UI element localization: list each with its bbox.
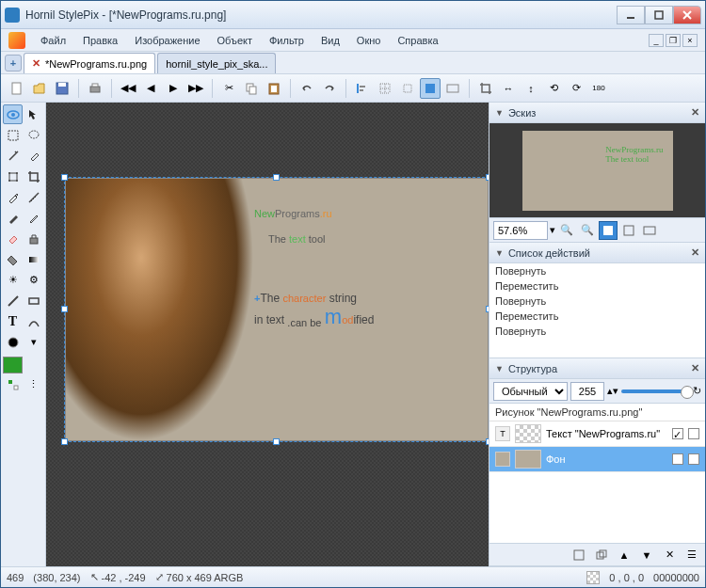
paste-icon[interactable] (264, 78, 284, 99)
eyedropper-tool-icon[interactable] (3, 187, 23, 207)
new-layer-icon[interactable] (570, 546, 588, 564)
save-icon[interactable] (52, 78, 72, 99)
canvas-viewport[interactable]: NewPrograms.ru The text tool +The charac… (46, 103, 489, 566)
rotate-right-icon[interactable]: ⟳ (566, 78, 586, 99)
clone-tool-icon[interactable] (24, 229, 43, 248)
marquee-tool-icon[interactable] (3, 125, 23, 145)
opacity-reset-icon[interactable]: ↻ (693, 385, 701, 397)
menu-object[interactable]: Объект (210, 32, 260, 49)
new-tab-button[interactable]: + (5, 55, 22, 72)
crop-tool-icon[interactable] (24, 167, 43, 186)
fill-tool-icon[interactable] (3, 249, 23, 269)
wand-tool-icon[interactable] (3, 146, 23, 166)
history-item[interactable]: Переместить (489, 278, 705, 294)
color-select-tool-icon[interactable] (24, 146, 43, 166)
copy-icon[interactable] (241, 78, 262, 99)
first-icon[interactable]: ◀◀ (118, 78, 138, 99)
resize-handle-icon[interactable] (486, 306, 489, 312)
eye-tool-icon[interactable] (3, 104, 23, 124)
menu-window[interactable]: Окно (349, 32, 389, 49)
dropdown-tool-icon[interactable]: ▾ (24, 332, 43, 352)
layer-menu-icon[interactable]: ☰ (682, 546, 701, 564)
tab-close-icon[interactable]: ✕ (32, 57, 40, 70)
prev-icon[interactable]: ◀ (140, 78, 161, 99)
menu-help[interactable]: Справка (390, 32, 445, 49)
eraser-tool-icon[interactable] (3, 229, 23, 248)
close-button[interactable] (673, 6, 701, 24)
pencil-tool-icon[interactable] (24, 208, 43, 228)
layer-down-icon[interactable]: ▼ (637, 546, 656, 564)
panel-collapse-icon[interactable]: ▼ (495, 108, 504, 118)
panel-close-icon[interactable]: ✕ (691, 362, 699, 374)
tab-inactive-document[interactable]: hornil_style_pix_ska... (157, 53, 276, 73)
canvas[interactable]: NewPrograms.ru The text tool +The charac… (65, 178, 489, 441)
doc-restore-button[interactable]: ❐ (666, 34, 681, 47)
measure-tool-icon[interactable] (24, 187, 43, 207)
menu-view[interactable]: Вид (313, 32, 347, 49)
align-left-icon[interactable] (352, 78, 373, 99)
delete-layer-icon[interactable]: ✕ (660, 546, 679, 564)
line-tool-icon[interactable] (3, 291, 23, 310)
minimize-button[interactable] (617, 6, 645, 24)
layer-item-text[interactable]: T Текст "NewPrograms.ru" ✓ (489, 421, 705, 447)
menu-image[interactable]: Изображение (127, 32, 207, 49)
path-tool-icon[interactable] (24, 311, 43, 331)
rotate-180-icon[interactable]: 180 (588, 78, 609, 99)
doc-minimize-button[interactable]: _ (649, 34, 664, 47)
panel-collapse-icon[interactable]: ▼ (495, 364, 504, 373)
panel-close-icon[interactable]: ✕ (691, 106, 699, 119)
grid-icon[interactable] (375, 78, 395, 99)
layer-visibility-checkbox[interactable]: ✓ (672, 453, 683, 465)
crop-icon[interactable] (475, 78, 496, 99)
maximize-button[interactable] (645, 6, 673, 24)
opacity-slider[interactable] (621, 389, 690, 393)
shape-tool-icon[interactable] (24, 291, 43, 310)
swap-colors-icon[interactable] (3, 374, 23, 394)
next-icon[interactable]: ▶ (163, 78, 184, 99)
layer-visibility-checkbox[interactable]: ✓ (672, 428, 683, 439)
menu-edit[interactable]: Правка (75, 32, 125, 49)
fit-icon[interactable] (442, 78, 463, 99)
layer-lock-checkbox[interactable] (688, 453, 699, 465)
brightness-tool-icon[interactable]: ☀ (3, 270, 23, 290)
open-file-icon[interactable] (29, 78, 50, 99)
duplicate-layer-icon[interactable] (592, 546, 611, 564)
undo-icon[interactable] (297, 78, 317, 99)
zoom-fit-icon[interactable] (599, 221, 618, 240)
move-tool-icon[interactable] (24, 104, 43, 124)
panel-close-icon[interactable]: ✕ (691, 246, 699, 259)
filter-tool-icon[interactable]: ⚙ (24, 270, 43, 290)
cut-icon[interactable]: ✂ (218, 78, 239, 99)
new-file-icon[interactable] (7, 78, 27, 99)
history-list[interactable]: Повернуть Переместить Повернуть Перемест… (489, 263, 705, 358)
history-item[interactable]: Повернуть (489, 263, 705, 278)
blend-mode-select[interactable]: Обычный (493, 382, 568, 401)
layer-item-background[interactable]: Фон ✓ (489, 447, 705, 472)
tab-active-document[interactable]: ✕ *NewPrograms.ru.png (24, 53, 155, 73)
layer-up-icon[interactable]: ▲ (615, 546, 634, 564)
zoom-window-icon[interactable] (640, 221, 659, 240)
lasso-tool-icon[interactable] (24, 125, 43, 145)
resize-h-icon[interactable]: ↔ (498, 78, 519, 99)
rotate-left-icon[interactable]: ⟲ (543, 78, 564, 99)
text-tool-icon[interactable]: T (3, 311, 23, 331)
history-item[interactable]: Переместить (489, 309, 705, 324)
transform-tool-icon[interactable] (3, 167, 23, 186)
snap-icon[interactable] (397, 78, 418, 99)
redo-icon[interactable] (319, 78, 340, 99)
history-item[interactable]: Повернуть (489, 294, 705, 309)
zoom-actual-icon[interactable] (619, 221, 638, 240)
more-icon[interactable]: ⋮ (24, 374, 43, 394)
zoom-in-icon[interactable]: 🔍 (578, 221, 597, 240)
selection-highlight-icon[interactable] (420, 78, 441, 99)
print-icon[interactable] (85, 78, 105, 99)
zoom-value[interactable]: 57.6% (493, 221, 548, 240)
gradient-tool-icon[interactable] (24, 249, 43, 269)
color-wheel-icon[interactable] (3, 332, 23, 352)
panel-collapse-icon[interactable]: ▼ (495, 248, 504, 258)
menu-filter[interactable]: Фильтр (262, 32, 312, 49)
menu-file[interactable]: Файл (33, 32, 73, 49)
last-icon[interactable]: ▶▶ (185, 78, 206, 99)
zoom-dropdown-icon[interactable]: ▾ (550, 224, 555, 236)
brush-tool-icon[interactable] (3, 208, 23, 228)
